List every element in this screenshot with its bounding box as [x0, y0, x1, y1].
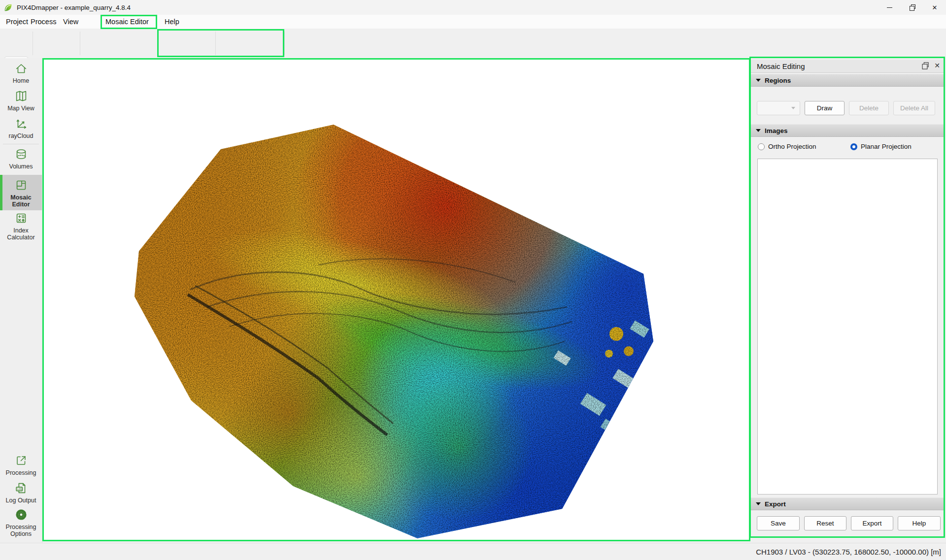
mosaic-editing-panel: Mosaic Editing ✕ Regions Draw Delete Del… [751, 58, 944, 538]
home-icon [14, 61, 29, 76]
sidebar-item-label: Map View [7, 105, 34, 112]
sidebar-item-label: Index Calculator [3, 227, 39, 241]
sidebar-item-label: Log Output [6, 497, 36, 504]
sidebar-item-label: Home [13, 77, 29, 84]
help-button[interactable]: Help [898, 516, 941, 530]
radio-icon [758, 143, 765, 150]
export-section-header[interactable]: Export [751, 497, 944, 510]
close-button[interactable]: ✕ [923, 0, 946, 15]
processing-icon [14, 453, 29, 468]
sidebar-item-map-view[interactable]: Map View [0, 89, 42, 112]
menu-project[interactable]: Project [4, 15, 30, 29]
pix4dmapper-window: PIX4Dmapper - example_quarry_4.8.4 ✕ Pro… [0, 0, 946, 560]
toolbar-separator [158, 32, 158, 55]
planar-projection-radio[interactable]: Planar Projection [850, 143, 912, 150]
view-sidebar: Home Map View rayCloud Volumes Mosaic Ed… [0, 58, 42, 543]
radio-label: Ortho Projection [768, 143, 816, 150]
log-icon-label: LOG [17, 488, 22, 491]
restore-icon [910, 5, 914, 10]
sidebar-item-processing-options[interactable]: Processing Options [0, 507, 42, 538]
sidebar-divider [3, 144, 39, 144]
toolbar-separator [80, 32, 80, 55]
ortho-projection-radio[interactable]: Ortho Projection [758, 143, 816, 150]
dsm-raster [42, 58, 750, 541]
collapse-triangle-icon [756, 79, 761, 82]
toolbar-separator [284, 32, 285, 55]
chevron-down-icon [791, 107, 795, 109]
log-output-icon: LOG [14, 481, 29, 495]
radio-selected-icon [850, 143, 857, 150]
sidebar-item-label: Volumes [9, 163, 33, 170]
menu-view[interactable]: View [61, 15, 80, 29]
status-bar: CH1903 / LV03 - (530223.75, 168002.50, -… [0, 543, 946, 560]
sidebar-item-label: Processing Options [3, 524, 39, 538]
window-title: PIX4Dmapper - example_quarry_4.8.4 [17, 4, 131, 11]
collapse-triangle-icon [756, 129, 761, 132]
section-label: Export [765, 500, 786, 508]
menu-process[interactable]: Process [29, 15, 58, 29]
toolbar-separator [215, 32, 216, 55]
coordinate-readout: CH1903 / LV03 - (530223.75, 168002.50, -… [756, 548, 941, 556]
mosaic-editor-icon [14, 178, 29, 193]
section-label: Regions [765, 77, 791, 84]
toolbar-separator [33, 32, 33, 55]
close-panel-icon[interactable]: ✕ [934, 62, 940, 69]
gear-icon [14, 507, 29, 522]
region-select-combo[interactable] [757, 101, 800, 115]
cylinder-icon [14, 147, 29, 162]
draw-button[interactable]: Draw [805, 101, 845, 115]
section-label: Images [765, 127, 788, 134]
panel-title: Mosaic Editing [757, 62, 805, 70]
sidebar-item-volumes[interactable]: Volumes [0, 147, 42, 170]
sidebar-item-mosaic-editor[interactable]: Mosaic Editor [0, 175, 42, 210]
sidebar-item-log-output[interactable]: LOG Log Output [0, 481, 42, 504]
images-list[interactable] [757, 159, 938, 494]
pix4d-leaf-icon [4, 3, 12, 12]
images-section-header[interactable]: Images [751, 124, 944, 137]
restore-button[interactable] [901, 0, 923, 15]
map-icon [14, 89, 29, 103]
sidebar-item-index-calculator[interactable]: Index Calculator [0, 211, 42, 241]
reset-button[interactable]: Reset [804, 516, 846, 530]
mosaic-view-canvas[interactable] [42, 58, 750, 541]
export-button[interactable]: Export [851, 516, 893, 530]
selection-indicator [0, 175, 2, 210]
minimize-icon [887, 7, 892, 8]
sidebar-item-label: Processing [6, 469, 36, 476]
collapse-triangle-icon [756, 502, 761, 505]
calculator-icon [14, 211, 29, 226]
title-bar: PIX4Dmapper - example_quarry_4.8.4 ✕ [0, 0, 946, 15]
delete-button[interactable]: Delete [849, 101, 889, 115]
raycloud-axes-icon [14, 116, 29, 131]
menu-help[interactable]: Help [163, 15, 181, 29]
sidebar-item-home[interactable]: Home [0, 61, 42, 84]
float-panel-icon[interactable] [922, 63, 928, 68]
sidebar-item-label: rayCloud [8, 132, 33, 139]
panel-title-bar: Mosaic Editing [751, 60, 944, 73]
toolbar: Project Process View DSM Edi [0, 29, 946, 58]
radio-label: Planar Projection [861, 143, 912, 150]
menu-bar: Project Process View Mosaic Editor Help [0, 15, 946, 29]
menu-mosaic-editor[interactable]: Mosaic Editor [103, 15, 151, 29]
sidebar-item-processing[interactable]: Processing [0, 453, 42, 476]
save-button[interactable]: Save [757, 516, 800, 530]
sidebar-item-label: Mosaic Editor [4, 194, 38, 208]
sidebar-item-raycloud[interactable]: rayCloud [0, 116, 42, 139]
minimize-button[interactable] [878, 0, 901, 15]
regions-section-header[interactable]: Regions [751, 74, 944, 87]
delete-all-button[interactable]: Delete All [893, 101, 935, 115]
